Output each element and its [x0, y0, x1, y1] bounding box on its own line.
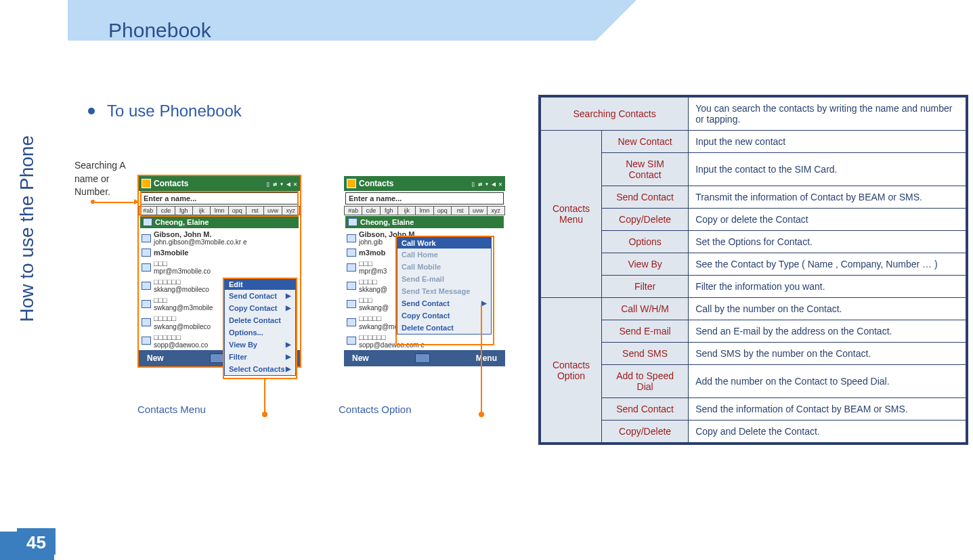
contact-icon	[142, 300, 151, 308]
option-item-call-home[interactable]: Call Home	[397, 249, 491, 261]
option-item-send-contact[interactable]: Send Contact▶	[397, 297, 491, 309]
tab-ijk[interactable]: ijk	[193, 206, 211, 215]
page-number: 45	[17, 528, 56, 555]
caption-connector-2	[481, 305, 482, 414]
page-title: Phonebook	[108, 19, 211, 42]
tab-cde[interactable]: cde	[157, 206, 175, 215]
contacts-menu-popup: Edit Send Contact▶ Copy Contact▶ Delete …	[224, 279, 296, 376]
group-contacts-option: Contacts Option	[541, 298, 602, 443]
tab-lmn[interactable]: lmn	[211, 206, 228, 215]
option-head[interactable]: Call Work	[397, 238, 491, 249]
tab-rst[interactable]: rst	[246, 206, 264, 215]
contact-icon	[347, 282, 356, 290]
caption-connector-1	[264, 379, 265, 414]
softkey-new[interactable]: New	[352, 353, 369, 363]
status-icons: ▯⇄▾◀✕	[266, 180, 297, 188]
list-item[interactable]: m3mobile	[139, 247, 300, 258]
contact-icon	[347, 249, 356, 257]
option-item-send-email[interactable]: Send E-mail	[397, 273, 491, 285]
option-item-send-text[interactable]: Send Text Message	[397, 285, 491, 297]
alpha-tabs[interactable]: #abcdefghijklmnopqrstuvwxyz	[344, 206, 505, 215]
group-contacts-menu: Contacts Menu	[541, 131, 602, 298]
row-desc: You can search the contacts by writing t…	[689, 98, 966, 131]
menu-item-copy-contact[interactable]: Copy Contact▶	[225, 302, 295, 314]
menu-head[interactable]: Edit	[225, 279, 295, 290]
contact-icon	[142, 318, 151, 326]
reference-table: Searching Contacts You can search the co…	[538, 95, 968, 445]
menu-item-select-contacts[interactable]: Select Contacts▶	[225, 363, 295, 375]
caption-contacts-menu: Contacts Menu	[137, 404, 206, 415]
contact-list: Gibson, John M.john.gibson@m3mobile.co.k…	[139, 229, 300, 350]
row-header: Searching Contacts	[541, 98, 689, 131]
option-item-call-mobile[interactable]: Call Mobile	[397, 261, 491, 273]
softkey-menu[interactable]: Menu	[476, 353, 497, 363]
search-callout: Searching A name or Number.	[74, 159, 132, 199]
callout-connector	[95, 202, 135, 211]
tab-ab[interactable]: #ab	[139, 206, 157, 215]
contact-highlighted[interactable]: Cheong, Elaine	[140, 216, 299, 228]
contact-icon	[347, 263, 356, 272]
option-item-copy-contact[interactable]: Copy Contact	[397, 309, 491, 322]
footer-bar	[0, 532, 973, 560]
contact-icon	[142, 263, 151, 272]
menu-item-send-contact[interactable]: Send Contact▶	[225, 290, 295, 302]
side-section-label: How to use the Phone	[16, 135, 38, 322]
keyboard-icon[interactable]	[415, 353, 430, 363]
alpha-tabs[interactable]: #ab cde fgh ijk lmn opq rst uvw xyz	[139, 206, 300, 215]
contact-icon	[347, 300, 356, 308]
contact-icon	[142, 249, 151, 257]
menu-item-view-by[interactable]: View By▶	[225, 339, 295, 351]
contact-highlighted[interactable]: Cheong, Elaine	[345, 216, 504, 228]
menu-item-delete-contact[interactable]: Delete Contact	[225, 314, 295, 326]
tab-opq[interactable]: opq	[229, 206, 246, 215]
list-item[interactable]: □□□mpr@m3mobile.co	[139, 258, 300, 276]
start-icon	[142, 179, 151, 188]
contact-icon	[142, 234, 151, 242]
tab-fgh[interactable]: fgh	[175, 206, 193, 215]
bullet-text: To use Phonebook	[107, 102, 242, 121]
contacts-option-popup: Call Work Call Home Call Mobile Send E-m…	[397, 237, 492, 335]
contact-icon	[142, 337, 151, 345]
keyboard-icon[interactable]	[210, 353, 225, 363]
list-item[interactable]: Gibson, John M.john.gibson@m3mobile.co.k…	[139, 229, 300, 247]
menu-item-options[interactable]: Options...	[225, 326, 295, 339]
phone-mock-contacts-menu: Contacts ▯⇄▾◀✕ Enter a name... #ab cde f…	[137, 175, 301, 368]
contact-icon	[143, 218, 152, 226]
phone-titlebar: Contacts ▯⇄▾◀✕	[344, 176, 505, 191]
status-icons: ▯⇄▾◀✕	[471, 180, 502, 188]
contact-icon	[347, 234, 356, 242]
menu-item-filter[interactable]: Filter▶	[225, 351, 295, 363]
search-input[interactable]: Enter a name...	[345, 192, 504, 204]
softkey-new[interactable]: New	[147, 353, 164, 363]
caption-contacts-option: Contacts Option	[339, 404, 412, 415]
option-item-delete-contact[interactable]: Delete Contact	[397, 322, 491, 334]
contact-icon	[348, 218, 358, 226]
start-icon	[347, 179, 356, 188]
tab-uvw[interactable]: uvw	[264, 206, 282, 215]
contact-icon	[142, 282, 151, 290]
contact-icon	[347, 318, 356, 326]
phone-titlebar: Contacts ▯⇄▾◀✕	[139, 176, 300, 191]
section-bullet: To use Phonebook	[88, 102, 242, 121]
phone-title-text: Contacts	[154, 179, 188, 188]
search-input[interactable]: Enter a name...	[140, 192, 299, 204]
bullet-icon	[88, 108, 95, 114]
phone-title-text: Contacts	[359, 179, 393, 188]
contact-icon	[347, 337, 356, 345]
tab-xyz[interactable]: xyz	[282, 206, 300, 215]
